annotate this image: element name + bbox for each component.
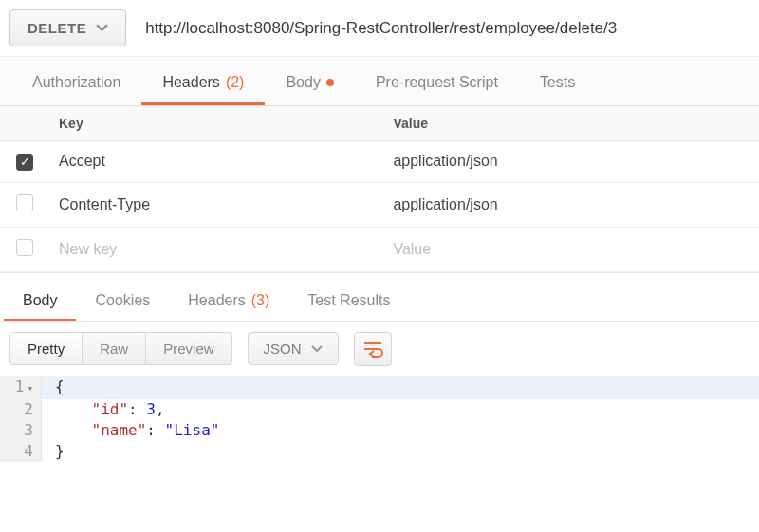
tab-authorization[interactable]: Authorization — [11, 61, 141, 105]
row-checkbox[interactable] — [16, 154, 33, 171]
wrap-icon — [362, 340, 383, 358]
col-key: Key — [49, 106, 383, 141]
tab-tests[interactable]: Tests — [519, 61, 596, 105]
header-value-cell[interactable]: application/json — [383, 141, 759, 183]
header-key-placeholder[interactable]: New key — [49, 227, 383, 271]
http-method-select[interactable]: DELETE — [9, 9, 126, 46]
code-line: "name": "Lisa" — [42, 420, 219, 441]
http-method-label: DELETE — [28, 20, 86, 36]
headers-count-badge: (2) — [226, 74, 245, 91]
code-line: { — [42, 376, 65, 399]
headers-table: Key Value Accept application/json Conten… — [0, 106, 759, 272]
chevron-down-icon — [96, 22, 108, 34]
header-value-placeholder[interactable]: Value — [383, 227, 759, 271]
resp-tab-body[interactable]: Body — [4, 281, 76, 321]
view-mode-group: Pretty Raw Preview — [9, 332, 232, 365]
language-label: JSON — [264, 340, 302, 357]
header-key-cell[interactable]: Accept — [49, 141, 383, 183]
request-url-input[interactable] — [139, 9, 750, 46]
header-key-cell[interactable]: Content-Type — [49, 182, 383, 227]
wrap-lines-button[interactable] — [354, 332, 392, 366]
language-select[interactable]: JSON — [248, 332, 339, 365]
table-row-placeholder: New key Value — [0, 227, 759, 271]
row-checkbox[interactable] — [16, 194, 33, 211]
resp-tab-test-results[interactable]: Test Results — [288, 281, 409, 321]
chevron-down-icon — [311, 343, 323, 355]
col-value: Value — [383, 106, 759, 141]
header-value-cell[interactable]: application/json — [383, 182, 759, 227]
resp-tab-headers[interactable]: Headers (3) — [169, 281, 288, 321]
resp-tab-cookies[interactable]: Cookies — [76, 281, 169, 321]
request-tabs: Authorization Headers (2) Body Pre-reque… — [0, 56, 759, 106]
body-modified-dot-icon — [326, 79, 334, 86]
row-checkbox[interactable] — [16, 239, 33, 256]
view-pretty-button[interactable]: Pretty — [10, 333, 82, 364]
view-preview-button[interactable]: Preview — [145, 333, 231, 364]
resp-headers-count-badge: (3) — [251, 292, 270, 309]
table-row: Accept application/json — [0, 141, 759, 183]
code-line: } — [42, 441, 65, 462]
tab-headers[interactable]: Headers (2) — [141, 61, 265, 105]
fold-toggle-icon[interactable]: ▾ — [24, 382, 33, 394]
view-raw-button[interactable]: Raw — [82, 333, 145, 364]
tab-body[interactable]: Body — [265, 61, 354, 105]
code-line: "id": 3, — [42, 399, 165, 420]
response-toolbar: Pretty Raw Preview JSON — [0, 322, 759, 376]
response-tabs: Body Cookies Headers (3) Test Results — [0, 272, 759, 322]
response-body-viewer[interactable]: 1▾ { 2 "id": 3, 3 "name": "Lisa" 4 } — [0, 376, 759, 462]
tab-prerequest[interactable]: Pre-request Script — [355, 61, 519, 105]
table-row: Content-Type application/json — [0, 182, 759, 227]
